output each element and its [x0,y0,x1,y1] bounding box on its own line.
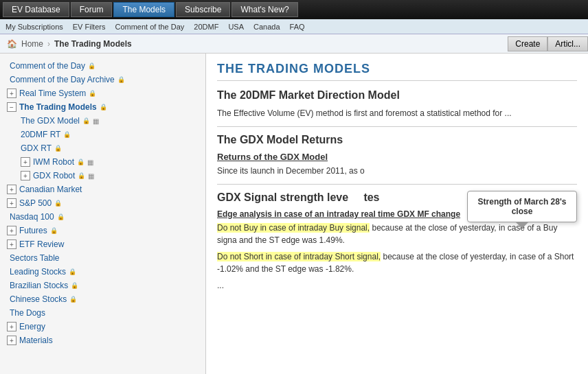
sidebar-item-comment-archive[interactable]: Comment of the Day Archive 🔒 [0,73,205,86]
nav-subscribe[interactable]: Subscribe [176,2,230,17]
sidebar-label: Futures [19,226,47,235]
lock-icon: 🔒 [63,131,71,138]
sidebar-item-canadian-market[interactable]: + Canadian Market [0,183,205,196]
divider [217,126,577,127]
sidebar-label: Materials [19,336,53,345]
ellipsis: ... [217,279,577,292]
sidebar-item-trading-models[interactable]: − The Trading Models 🔒 [0,100,205,114]
breadcrumb-home[interactable]: Home [21,39,43,49]
expand-icon: + [7,239,16,249]
create-button[interactable]: Create [508,36,547,51]
sidebar-label: Sectors Table [10,253,60,263]
sidebar-label: The Trading Models [19,102,97,112]
section2-title: The GDX Model Returns [217,134,577,146]
lock-icon: 🔒 [57,213,65,220]
divider2 [217,184,577,185]
lock-icon: 🔒 [100,104,107,110]
nav-the-models[interactable]: The Models [113,2,174,17]
lock-icon: 🔒 [69,296,77,303]
sidebar-label: Canadian Market [19,185,82,194]
breadcrumb: 🏠 Home › The Trading Models Create Artic… [0,34,588,54]
breadcrumb-separator: › [47,39,50,49]
sidebar-item-gdx-model[interactable]: The GDX Model 🔒 ▦ [0,114,205,128]
sidebar-label: Nasdaq 100 [10,212,54,222]
nav-forum[interactable]: Forum [71,2,113,17]
sidebar-label: 20DMF RT [21,130,60,139]
tooltip-line2: close [512,207,533,216]
sidebar-label: GDX RT [21,143,52,153]
nav-faq[interactable]: FAQ [290,23,305,31]
sidebar-item-brazilian-stocks[interactable]: Brazilian Stocks 🔒 [0,279,205,292]
sidebar-item-etf-review[interactable]: + ETF Review [0,237,205,251]
lock-icon: 🔒 [89,90,96,97]
short-signal-highlight: Do not Short in case of intraday Short s… [217,252,381,261]
sidebar-item-nasdaq100[interactable]: Nasdaq 100 🔒 [0,210,205,224]
nav-20dmf[interactable]: 20DMF [194,23,218,31]
sidebar-item-iwm-robot[interactable]: + IWM Robot 🔒 ▦ [0,155,205,169]
sidebar-item-chinese-stocks[interactable]: Chinese Stocks 🔒 [0,292,205,306]
nav-usa[interactable]: USA [228,23,244,31]
sidebar-label: Brazilian Stocks [10,281,68,290]
section2-desc: Since its launch in December 2011, as o [217,165,577,177]
sidebar-item-real-time-system[interactable]: + Real Time System 🔒 [0,86,205,100]
nav-comment-of-the-day[interactable]: Comment of the Day [115,23,184,31]
lock-icon: 🔒 [78,172,85,179]
top-navigation: EV Database Forum The Models Subscribe W… [0,0,588,19]
sidebar-label: Comment of the Day Archive [10,75,115,84]
sidebar-label: Chinese Stocks [10,294,67,304]
lock-icon: 🔒 [54,145,62,152]
breadcrumb-current: The Trading Models [54,39,132,49]
sidebar-item-futures[interactable]: + Futures 🔒 [0,224,205,237]
main-layout: Comment of the Day 🔒 Comment of the Day … [0,54,588,374]
sidebar-label: The Dogs [10,308,45,318]
section2-sub: Returns of the GDX Model [217,152,577,162]
nav-whats-new[interactable]: What's New? [231,2,297,17]
expand-icon: + [7,89,16,98]
nav-my-subscriptions[interactable]: My Subscriptions [5,23,63,31]
sidebar-item-the-dogs[interactable]: The Dogs [0,306,205,320]
special-icon: ▦ [87,159,93,166]
sidebar-label: Energy [19,322,45,331]
secondary-navigation: My Subscriptions EV Filters Comment of t… [0,19,588,34]
special-icon: ▦ [88,172,94,180]
lock-icon: 🔒 [54,200,62,207]
sidebar-item-energy[interactable]: + Energy [0,320,205,334]
expand-icon: + [21,157,30,167]
sidebar-item-leading-stocks[interactable]: Leading Stocks 🔒 [0,265,205,279]
sidebar-item-comment-of-day[interactable]: Comment of the Day 🔒 [0,59,205,73]
nav-ev-filters[interactable]: EV Filters [73,23,106,31]
sidebar-label: S&P 500 [19,198,52,208]
lock-icon: 🔒 [88,62,95,69]
sidebar-item-20dmf-rt[interactable]: 20DMF RT 🔒 [0,128,205,141]
sidebar-item-sectors-table[interactable]: Sectors Table [0,251,205,265]
nav-ev-database[interactable]: EV Database [3,2,69,17]
sidebar-label: GDX Robot [33,171,75,180]
sidebar-label: Real Time System [19,89,86,98]
sidebar-label: ETF Review [19,239,64,249]
buy-signal-highlight: Do not Buy in case of intraday Buy signa… [217,223,370,233]
lock-icon: 🔒 [77,159,84,165]
expand-icon: + [7,198,16,208]
tooltip-bubble: Strength of March 28's close [467,191,577,222]
sidebar: Comment of the Day 🔒 Comment of the Day … [0,54,206,374]
sidebar-item-sp500[interactable]: + S&P 500 🔒 [0,196,205,210]
tooltip-line1: Strength of March 28's [478,197,567,207]
content-area: THE TRADING MODELS The 20DMF Market Dire… [206,54,588,374]
section1-desc: The Effective Volume (EV) method is firs… [217,107,577,119]
lock-icon: 🔒 [50,227,58,234]
sidebar-item-gdx-rt[interactable]: GDX RT 🔒 [0,141,205,155]
sidebar-item-materials[interactable]: + Materials [0,334,205,347]
nav-canada[interactable]: Canada [253,23,280,31]
lock-icon: 🔒 [71,282,78,289]
action-bar: Create Articl... [508,34,588,54]
lock-icon: 🔒 [117,76,125,83]
sidebar-label: The GDX Model [21,116,80,126]
short-signal-paragraph: Do not Short in case of intraday Short s… [217,250,577,275]
sidebar-item-gdx-robot[interactable]: + GDX Robot 🔒 ▦ [0,169,205,183]
collapse-icon: − [7,102,16,112]
lock-icon: 🔒 [69,268,76,275]
sidebar-label: Leading Stocks [10,267,66,277]
articles-button[interactable]: Articl... [547,36,588,51]
expand-icon: + [7,226,16,235]
section1-title: The 20DMF Market Direction Model [217,89,577,102]
